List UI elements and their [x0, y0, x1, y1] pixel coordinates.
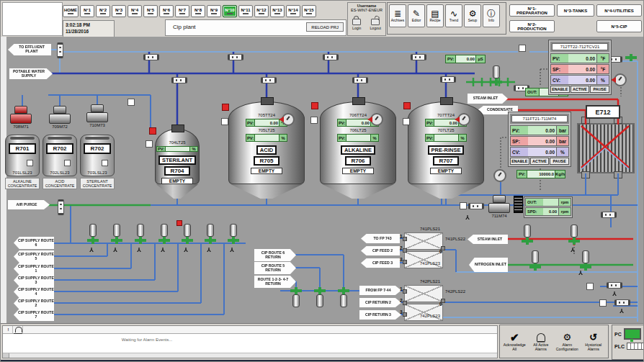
- nav-screen-button[interactable]: N°4-UTILITIES: [596, 4, 642, 17]
- cip-tank[interactable]: 706TT24 PV:0.00°F 706LT25 PV:% ALKALINE …: [320, 101, 396, 184]
- enable-button[interactable]: ENABLE: [550, 86, 570, 93]
- actuated-valve-icon[interactable]: [182, 224, 193, 244]
- valve-icon[interactable]: [57, 42, 63, 58]
- valve-icon[interactable]: [58, 199, 64, 215]
- exchanger-flange: [581, 171, 590, 178]
- route-selector-block[interactable]: 741PLS21 741PLS22 741PLS23 1 2 3 0: [404, 232, 443, 267]
- nav-screen-button[interactable]: N°2-PRODUCTION: [509, 20, 555, 32]
- alarm-action-button[interactable]: Hystorical Alarms: [581, 332, 606, 352]
- actuated-valve-icon[interactable]: [290, 287, 302, 307]
- route-selector-block[interactable]: 742PLS21 742PLS22 742PLS23 1 2 3 0: [404, 285, 443, 320]
- drain-y-icon: Y: [620, 307, 624, 314]
- screen-tab[interactable]: N°12: [254, 5, 269, 17]
- menu-button[interactable]: ⓘ Info: [483, 4, 500, 27]
- screen-tab[interactable]: N°11: [238, 5, 253, 17]
- pump-tag: 708M71: [9, 125, 32, 129]
- valve-icon[interactable]: [607, 282, 622, 289]
- home-button[interactable]: HOME: [63, 5, 79, 17]
- pump[interactable]: 708M71: [9, 106, 32, 129]
- valve-icon[interactable]: [143, 54, 159, 60]
- pump[interactable]: 709M72: [48, 106, 71, 129]
- actuated-valve-icon[interactable]: [491, 65, 502, 86]
- actuated-valve-icon[interactable]: [314, 287, 326, 307]
- screen-tab[interactable]: N°1: [80, 5, 94, 17]
- actuated-valve-icon[interactable]: [580, 250, 591, 271]
- screen-tab[interactable]: N°13: [270, 5, 285, 17]
- enable-button[interactable]: ENABLE: [510, 158, 529, 165]
- screen-tab[interactable]: N°7: [175, 5, 189, 17]
- cip-tank[interactable]: PV: 704LT25 PV:% STERILANT R704 EMPTY: [155, 129, 200, 184]
- actuated-valve-icon[interactable]: [568, 225, 580, 245]
- active-button[interactable]: ACTIVE: [530, 158, 550, 165]
- heat-exchanger-e712[interactable]: [577, 123, 635, 173]
- valve-icon[interactable]: [601, 212, 617, 218]
- cip-tank[interactable]: 705TT24 PV:0.00°F 705LT25 PV:% ACID R705…: [228, 101, 305, 184]
- actuated-valve-icon[interactable]: [529, 250, 541, 271]
- alarm-action-button[interactable]: Acknowledge All: [502, 332, 527, 352]
- active-button[interactable]: ACTIVE: [571, 86, 590, 93]
- login-button[interactable]: Login: [352, 14, 361, 30]
- concentrate-tank[interactable]: R702 702LSL23 ACIDCONCENTRATE: [43, 135, 77, 189]
- alarm-bell-column: [13, 326, 23, 333]
- reload-prj-button[interactable]: RELOAD PRJ: [306, 22, 344, 32]
- actuated-valve-icon[interactable]: [87, 224, 99, 244]
- screen-tab[interactable]: N°10: [223, 5, 237, 17]
- screen-tab[interactable]: N°9: [207, 5, 221, 17]
- pump-tag: 710M73: [86, 123, 109, 127]
- menu-button[interactable]: ∿ Trend: [445, 4, 462, 27]
- drain-y-icon: Y: [578, 269, 583, 276]
- actuated-valve-icon[interactable]: [135, 224, 146, 244]
- menu-button[interactable]: ▤ Recipe: [426, 4, 444, 27]
- nav-screen-button[interactable]: N°5-CIP: [596, 20, 642, 32]
- process-value-box: PV:10000.0Kg/h: [516, 170, 565, 178]
- actuated-valve-icon[interactable]: [228, 224, 239, 244]
- actuated-valve-icon[interactable]: [625, 54, 637, 61]
- screen-tab[interactable]: N°3: [112, 5, 126, 17]
- gauge-icon: [282, 113, 295, 126]
- flow-arrow: NITROGEN INLET: [469, 258, 508, 272]
- pause-button[interactable]: PAUSE: [590, 86, 609, 93]
- alarm-action-button[interactable]: Alarm Configuration: [555, 332, 580, 352]
- valve-icon[interactable]: [171, 77, 187, 83]
- menu-button[interactable]: ≣ Archives: [389, 4, 406, 27]
- actuated-valve-icon[interactable]: [522, 225, 533, 245]
- menu-button[interactable]: ⚙ Setup: [464, 4, 481, 27]
- screen-tab[interactable]: N°8: [191, 5, 205, 17]
- alarm-waiting-text: Waiting for Alarm Events...: [89, 338, 205, 342]
- concentrate-tank[interactable]: R701 701LSL23 ALKALINECONCENTRATE: [5, 135, 40, 189]
- valve-icon[interactable]: [352, 77, 368, 83]
- valve-icon[interactable]: [411, 54, 426, 60]
- actuated-valve-icon[interactable]: [158, 224, 170, 244]
- screen-tab[interactable]: N°2: [96, 5, 110, 17]
- valve-icon[interactable]: [468, 203, 484, 209]
- flow-arrow: CIP ROUTE 5 RETURN: [254, 262, 296, 274]
- cip-tank[interactable]: 707TT24 PV:0.00°F 707LT25 PV:% PRE-RINSE…: [408, 101, 484, 184]
- screen-tab[interactable]: N°15: [302, 5, 316, 17]
- pause-button[interactable]: PAUSE: [550, 158, 569, 165]
- alarm-action-button[interactable]: All Active Alarms: [528, 331, 553, 351]
- logout-button[interactable]: Logout: [370, 14, 381, 30]
- concentrate-tank[interactable]: R702 703LSL23 STERILANTCONCENTRATE: [80, 135, 115, 189]
- indicator-square-icon: [222, 104, 229, 111]
- pump[interactable]: 711M74: [488, 195, 511, 218]
- screen-tab[interactable]: N°6: [159, 5, 174, 17]
- menu-button[interactable]: ✎ Editor: [408, 4, 425, 27]
- nav-screen-button[interactable]: N°3-TANKS: [557, 4, 594, 17]
- screen-tab[interactable]: N°14: [286, 5, 300, 17]
- alarm-scrollbar[interactable]: [3, 353, 497, 358]
- screen-tab[interactable]: N°4: [128, 5, 142, 17]
- actuated-valve-icon[interactable]: [111, 224, 122, 244]
- pump-tag: 709M72: [48, 125, 71, 129]
- valve-icon[interactable]: [440, 76, 456, 83]
- actuated-valve-icon[interactable]: [338, 287, 349, 307]
- alarm-table[interactable]: ! Waiting for Alarm Events...: [2, 325, 498, 358]
- nav-screen-button[interactable]: N°1-PREPARATION: [509, 4, 555, 17]
- actuated-valve-icon[interactable]: [205, 224, 216, 244]
- valve-icon[interactable]: [261, 77, 277, 83]
- screen-tab[interactable]: N°5: [143, 5, 158, 17]
- pump[interactable]: 710M73: [86, 104, 109, 127]
- tank-code: R707: [433, 156, 458, 166]
- valve-icon[interactable]: [614, 299, 630, 306]
- valve-icon[interactable]: [323, 54, 339, 60]
- valve-icon[interactable]: [228, 54, 243, 60]
